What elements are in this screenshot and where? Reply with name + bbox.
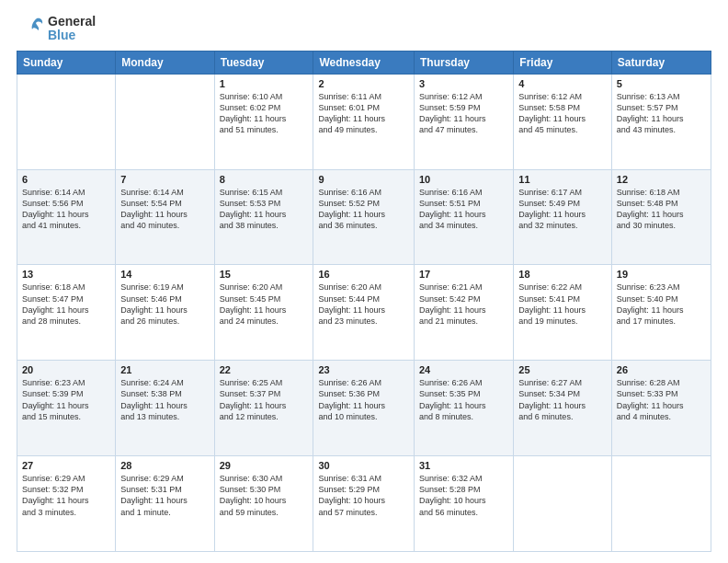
calendar-cell: 12Sunrise: 6:18 AM Sunset: 5:48 PM Dayli… [611, 169, 711, 265]
calendar-cell: 22Sunrise: 6:25 AM Sunset: 5:37 PM Dayli… [214, 361, 313, 456]
day-number: 17 [419, 269, 508, 280]
day-number: 7 [120, 174, 209, 185]
calendar-cell: 30Sunrise: 6:31 AM Sunset: 5:29 PM Dayli… [313, 456, 415, 552]
day-number: 24 [419, 364, 508, 375]
calendar-cell: 15Sunrise: 6:20 AM Sunset: 5:45 PM Dayli… [214, 265, 313, 361]
day-number: 21 [120, 364, 209, 375]
header-row: SundayMondayTuesdayWednesdayThursdayFrid… [17, 51, 711, 74]
week-row-0: 1Sunrise: 6:10 AM Sunset: 6:02 PM Daylig… [17, 74, 711, 169]
day-number: 29 [220, 460, 309, 471]
day-number: 14 [120, 269, 209, 280]
calendar-cell: 20Sunrise: 6:23 AM Sunset: 5:39 PM Dayli… [17, 361, 116, 456]
week-row-4: 27Sunrise: 6:29 AM Sunset: 5:32 PM Dayli… [17, 456, 711, 552]
cell-content: Sunrise: 6:32 AM Sunset: 5:28 PM Dayligh… [419, 473, 508, 518]
day-number: 16 [318, 269, 409, 280]
calendar-cell [17, 74, 116, 169]
cell-content: Sunrise: 6:23 AM Sunset: 5:39 PM Dayligh… [22, 377, 110, 422]
cell-content: Sunrise: 6:27 AM Sunset: 5:34 PM Dayligh… [518, 377, 607, 422]
cell-content: Sunrise: 6:17 AM Sunset: 5:49 PM Dayligh… [518, 187, 607, 232]
day-number: 27 [22, 460, 110, 471]
calendar-cell: 6Sunrise: 6:14 AM Sunset: 5:56 PM Daylig… [17, 169, 116, 265]
calendar-cell: 13Sunrise: 6:18 AM Sunset: 5:47 PM Dayli… [17, 265, 116, 361]
cell-content: Sunrise: 6:31 AM Sunset: 5:29 PM Dayligh… [318, 473, 409, 518]
calendar-cell: 18Sunrise: 6:22 AM Sunset: 5:41 PM Dayli… [514, 265, 612, 361]
page: GeneralBlue SundayMondayTuesdayWednesday… [0, 0, 728, 563]
day-number: 28 [120, 460, 209, 471]
cell-content: Sunrise: 6:18 AM Sunset: 5:47 PM Dayligh… [22, 282, 110, 327]
week-row-3: 20Sunrise: 6:23 AM Sunset: 5:39 PM Dayli… [17, 361, 711, 456]
cell-content: Sunrise: 6:14 AM Sunset: 5:56 PM Dayligh… [22, 187, 110, 232]
cell-content: Sunrise: 6:16 AM Sunset: 5:52 PM Dayligh… [318, 187, 409, 232]
day-number: 22 [220, 364, 309, 375]
header-cell-thursday: Thursday [415, 51, 514, 74]
day-number: 9 [318, 174, 409, 185]
cell-content: Sunrise: 6:12 AM Sunset: 5:58 PM Dayligh… [518, 91, 607, 136]
cell-content: Sunrise: 6:15 AM Sunset: 5:53 PM Dayligh… [220, 187, 309, 232]
calendar-cell: 23Sunrise: 6:26 AM Sunset: 5:36 PM Dayli… [313, 361, 415, 456]
calendar-header: SundayMondayTuesdayWednesdayThursdayFrid… [17, 51, 711, 74]
calendar-cell: 8Sunrise: 6:15 AM Sunset: 5:53 PM Daylig… [214, 169, 313, 265]
calendar-cell: 11Sunrise: 6:17 AM Sunset: 5:49 PM Dayli… [514, 169, 612, 265]
cell-content: Sunrise: 6:22 AM Sunset: 5:41 PM Dayligh… [518, 282, 607, 327]
cell-content: Sunrise: 6:29 AM Sunset: 5:31 PM Dayligh… [120, 473, 209, 518]
calendar-cell: 1Sunrise: 6:10 AM Sunset: 6:02 PM Daylig… [214, 74, 313, 169]
logo-blue: Blue [48, 29, 96, 42]
cell-content: Sunrise: 6:23 AM Sunset: 5:40 PM Dayligh… [617, 282, 706, 327]
calendar-cell: 4Sunrise: 6:12 AM Sunset: 5:58 PM Daylig… [514, 74, 612, 169]
calendar-cell: 16Sunrise: 6:20 AM Sunset: 5:44 PM Dayli… [313, 265, 415, 361]
header-cell-wednesday: Wednesday [313, 51, 415, 74]
day-number: 18 [518, 269, 607, 280]
calendar-cell [611, 456, 711, 552]
cell-content: Sunrise: 6:28 AM Sunset: 5:33 PM Dayligh… [617, 377, 706, 422]
day-number: 5 [617, 78, 706, 89]
calendar-cell: 29Sunrise: 6:30 AM Sunset: 5:30 PM Dayli… [214, 456, 313, 552]
header-cell-saturday: Saturday [611, 51, 711, 74]
calendar-cell: 5Sunrise: 6:13 AM Sunset: 5:57 PM Daylig… [611, 74, 711, 169]
cell-content: Sunrise: 6:20 AM Sunset: 5:44 PM Dayligh… [318, 282, 409, 327]
day-number: 25 [518, 364, 607, 375]
header-cell-tuesday: Tuesday [214, 51, 313, 74]
cell-content: Sunrise: 6:14 AM Sunset: 5:54 PM Dayligh… [120, 187, 209, 232]
calendar-cell: 2Sunrise: 6:11 AM Sunset: 6:01 PM Daylig… [313, 74, 415, 169]
header-cell-friday: Friday [514, 51, 612, 74]
day-number: 30 [318, 460, 409, 471]
day-number: 15 [220, 269, 309, 280]
calendar-cell [116, 74, 214, 169]
calendar-cell: 10Sunrise: 6:16 AM Sunset: 5:51 PM Dayli… [415, 169, 514, 265]
calendar-table: SundayMondayTuesdayWednesdayThursdayFrid… [17, 51, 711, 552]
cell-content: Sunrise: 6:18 AM Sunset: 5:48 PM Dayligh… [617, 187, 706, 232]
cell-content: Sunrise: 6:16 AM Sunset: 5:51 PM Dayligh… [419, 187, 508, 232]
header-cell-sunday: Sunday [17, 51, 116, 74]
cell-content: Sunrise: 6:30 AM Sunset: 5:30 PM Dayligh… [220, 473, 309, 518]
day-number: 11 [518, 174, 607, 185]
calendar-cell: 14Sunrise: 6:19 AM Sunset: 5:46 PM Dayli… [116, 265, 214, 361]
day-number: 8 [220, 174, 309, 185]
cell-content: Sunrise: 6:21 AM Sunset: 5:42 PM Dayligh… [419, 282, 508, 327]
cell-content: Sunrise: 6:12 AM Sunset: 5:59 PM Dayligh… [419, 91, 508, 136]
day-number: 6 [22, 174, 110, 185]
calendar-cell: 31Sunrise: 6:32 AM Sunset: 5:28 PM Dayli… [415, 456, 514, 552]
cell-content: Sunrise: 6:26 AM Sunset: 5:36 PM Dayligh… [318, 377, 409, 422]
day-number: 20 [22, 364, 110, 375]
calendar-cell: 17Sunrise: 6:21 AM Sunset: 5:42 PM Dayli… [415, 265, 514, 361]
day-number: 13 [22, 269, 110, 280]
day-number: 12 [617, 174, 706, 185]
day-number: 2 [318, 78, 409, 89]
calendar-body: 1Sunrise: 6:10 AM Sunset: 6:02 PM Daylig… [17, 74, 711, 551]
logo-general: General [48, 15, 96, 29]
calendar-cell: 9Sunrise: 6:16 AM Sunset: 5:52 PM Daylig… [313, 169, 415, 265]
calendar-cell: 28Sunrise: 6:29 AM Sunset: 5:31 PM Dayli… [116, 456, 214, 552]
cell-content: Sunrise: 6:19 AM Sunset: 5:46 PM Dayligh… [120, 282, 209, 327]
header: GeneralBlue [17, 15, 711, 43]
calendar-cell: 26Sunrise: 6:28 AM Sunset: 5:33 PM Dayli… [611, 361, 711, 456]
calendar-cell: 21Sunrise: 6:24 AM Sunset: 5:38 PM Dayli… [116, 361, 214, 456]
week-row-2: 13Sunrise: 6:18 AM Sunset: 5:47 PM Dayli… [17, 265, 711, 361]
cell-content: Sunrise: 6:10 AM Sunset: 6:02 PM Dayligh… [220, 91, 309, 136]
logo: GeneralBlue [17, 15, 96, 43]
logo-bird-icon [17, 17, 44, 40]
calendar-cell: 27Sunrise: 6:29 AM Sunset: 5:32 PM Dayli… [17, 456, 116, 552]
week-row-1: 6Sunrise: 6:14 AM Sunset: 5:56 PM Daylig… [17, 169, 711, 265]
cell-content: Sunrise: 6:24 AM Sunset: 5:38 PM Dayligh… [120, 377, 209, 422]
day-number: 19 [617, 269, 706, 280]
calendar: SundayMondayTuesdayWednesdayThursdayFrid… [17, 51, 711, 552]
